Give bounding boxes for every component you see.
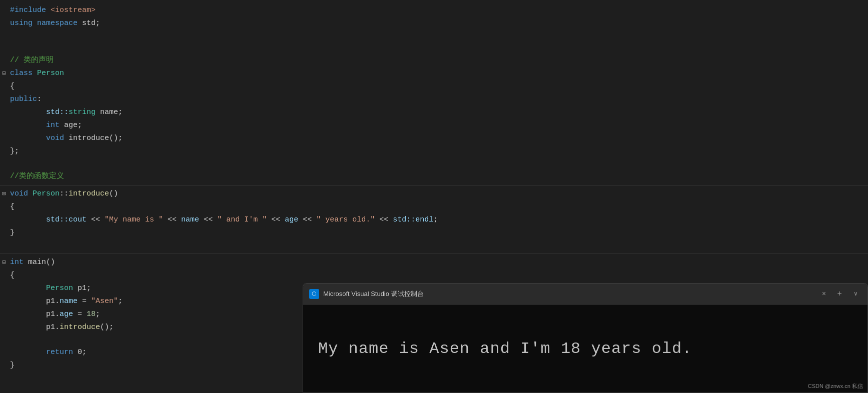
code-line: using namespace std;: [0, 17, 868, 30]
token: <iostream>: [51, 6, 96, 14]
code-content: {: [8, 201, 868, 213]
token: p1.: [46, 323, 60, 332]
token: // 类的声明: [10, 56, 54, 64]
console-window: ⬡ Microsoft Visual Studio 调试控制台 × + ∨ My…: [303, 283, 868, 393]
token: }: [10, 361, 15, 370]
token: 0;: [78, 348, 87, 356]
token: "Asen": [91, 297, 118, 306]
code-content: }: [8, 227, 868, 239]
token: introduce: [60, 323, 100, 332]
token: namespace: [37, 19, 82, 28]
code-line: #include <iostream>: [0, 4, 868, 17]
token: age: [60, 310, 73, 318]
token: :: [37, 95, 42, 104]
code-line: int age;: [0, 119, 868, 132]
token: ;: [118, 297, 123, 306]
code-line: std::cout << "My name is " << name << " …: [0, 214, 868, 226]
code-content: };: [8, 146, 868, 158]
console-titlebar: ⬡ Microsoft Visual Studio 调试控制台 × + ∨: [303, 284, 867, 304]
token: std::: [393, 216, 415, 224]
code-content: #include <iostream>: [8, 4, 868, 16]
token: main(): [24, 258, 55, 266]
token: <<: [375, 216, 393, 224]
token: std::: [46, 216, 69, 224]
code-line: ⊟int main(): [0, 256, 868, 269]
token: name: [60, 297, 78, 306]
token: int: [10, 258, 24, 266]
token: ();: [100, 323, 114, 332]
code-content: // 类的声明: [8, 54, 868, 66]
token: std::: [46, 108, 69, 116]
token: (): [109, 190, 118, 198]
code-line: ⊟class Person: [0, 67, 868, 80]
token: age;: [60, 121, 82, 130]
token: " years old.": [316, 216, 375, 224]
token: =: [78, 297, 91, 306]
code-line: {: [0, 80, 868, 93]
token: {: [10, 202, 15, 211]
token: return: [46, 348, 78, 356]
token: p1;: [73, 284, 91, 292]
token: cout: [69, 216, 87, 224]
token: introduce();: [64, 134, 123, 142]
code-line: [0, 30, 868, 42]
token: introduce: [69, 190, 109, 198]
code-line: [0, 42, 868, 54]
token: void: [46, 134, 64, 142]
token: public: [10, 95, 37, 104]
token: void: [10, 190, 28, 198]
console-body: My name is Asen and I'm 18 years old.: [303, 304, 867, 392]
code-content: int main(): [8, 256, 868, 268]
code-content: {: [8, 80, 868, 92]
console-output: My name is Asen and I'm 18 years old.: [318, 340, 692, 358]
token: string: [69, 108, 96, 116]
token: ;: [96, 310, 100, 318]
code-content: void introduce();: [8, 132, 868, 144]
code-line: std::string name;: [0, 106, 868, 119]
token: //类的函数定义: [10, 172, 64, 180]
code-line: public:: [0, 93, 868, 106]
token: <<: [298, 216, 316, 224]
code-line: }: [0, 226, 868, 240]
code-content: class Person: [8, 68, 868, 80]
code-line: //类的函数定义: [0, 170, 868, 183]
console-dropdown-button[interactable]: ∨: [850, 289, 861, 298]
token: age: [285, 216, 298, 224]
token: ;: [433, 216, 438, 224]
token: {: [10, 271, 15, 280]
collapse-arrow[interactable]: ⊟: [0, 256, 8, 268]
token: Person: [37, 69, 64, 78]
token: " and I'm ": [217, 216, 267, 224]
code-line: };: [0, 145, 868, 158]
token: endl: [415, 216, 433, 224]
watermark: CSDN @znwx.cn 私信: [808, 382, 863, 390]
token: <<: [199, 216, 217, 224]
console-close-button[interactable]: ×: [819, 289, 829, 299]
code-line: ⊟void Person::introduce(): [0, 188, 868, 200]
code-content: int age;: [8, 120, 868, 132]
code-content: //类的函数定义: [8, 170, 868, 182]
code-content: std::cout << "My name is " << name << " …: [8, 214, 868, 226]
token: class: [10, 69, 37, 78]
token: }: [10, 228, 15, 237]
token: Person: [46, 284, 73, 292]
token: <<: [87, 216, 105, 224]
token: using: [10, 19, 37, 28]
token: {: [10, 82, 15, 90]
token: =: [73, 310, 87, 318]
code-content: std::string name;: [8, 106, 868, 118]
code-line: [0, 240, 868, 252]
token: int: [46, 121, 60, 130]
console-add-button[interactable]: +: [833, 288, 846, 300]
token: ::: [60, 190, 69, 198]
collapse-arrow[interactable]: ⊟: [0, 188, 8, 200]
token: "My name is ": [105, 216, 163, 224]
console-title: Microsoft Visual Studio 调试控制台: [323, 290, 815, 298]
token: name: [181, 216, 199, 224]
code-line: {: [0, 200, 868, 214]
token: <<: [267, 216, 285, 224]
code-content: using namespace std;: [8, 18, 868, 30]
token: name;: [96, 108, 123, 116]
collapse-arrow[interactable]: ⊟: [0, 68, 8, 80]
code-line: {: [0, 269, 868, 282]
